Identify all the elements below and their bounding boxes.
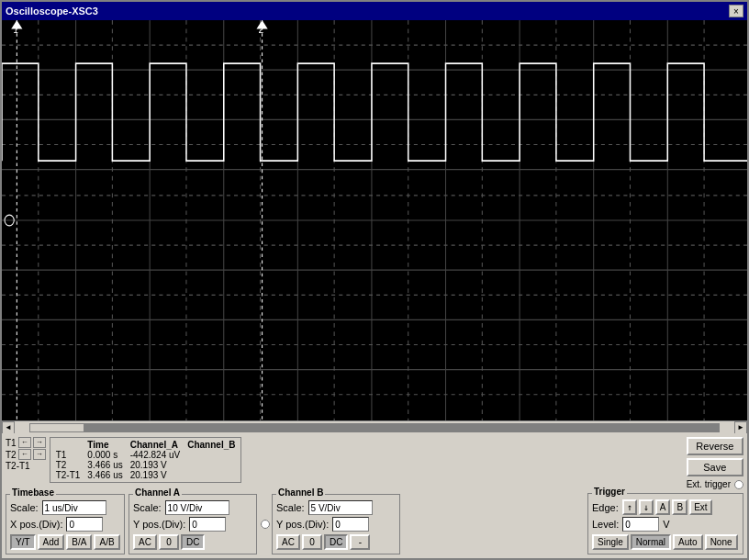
title-bar: Oscilloscope-XSC3 × [2,2,747,20]
meas-t1-channel-b [184,450,239,460]
window-title: Oscilloscope-XSC3 [6,6,98,17]
trigger-level-label: Level: [592,519,619,530]
channel-b-minus-button[interactable]: - [350,534,370,550]
trigger-mode-buttons: Single Normal Auto None [592,534,739,550]
controls-area: T1 ← → T2 ← → T2-T1 Time [2,433,747,558]
meas-t2-time: 3.466 us [84,460,126,470]
ext-trigger-radio[interactable] [734,480,743,489]
meas-col-time: Time [84,440,126,450]
channel-a-coupling-buttons: AC 0 DC [133,534,252,550]
timebase-scale-input[interactable] [42,500,106,515]
scroll-left-button[interactable]: ◄ [2,421,15,434]
meas-t1-channel-a: -442.824 uV [127,450,184,460]
channel-b-0-button[interactable]: 0 [302,534,322,550]
channel-a-ypos-label: Y pos.(Div): [133,519,185,530]
oscilloscope-screen: 1 2 [2,20,747,420]
channel-a-ac-button[interactable]: AC [133,534,157,550]
meas-t2-channel-b [184,460,239,470]
t1-left-button[interactable]: ← [18,437,31,448]
ext-trigger-label: Ext. trigger [687,479,731,489]
meas-col-channel-b: Channel_B [184,440,239,450]
trigger-single-button[interactable]: Single [592,534,629,550]
measurement-table: Time Channel_A Channel_B T1 0.000 s -442… [52,440,240,480]
t2-right-button[interactable]: → [33,449,46,460]
controls-row-2: Timebase Scale: X pos.(Div): Y/T Add B/A [6,493,743,554]
timebase-scale-label: Scale: [10,502,39,513]
timebase-scale-row: Scale: [10,500,120,515]
timebase-content: Scale: X pos.(Div): Y/T Add B/A A/B [10,500,120,550]
meas-t2-t1-time: 3.466 us [84,470,126,480]
meas-t2-label: T2 [52,460,84,470]
meas-row-t2: T2 3.466 us 20.193 V [52,460,240,470]
channel-a-content: Scale: Y pos.(Div): AC 0 DC [133,500,252,550]
horizontal-scrollbar[interactable]: ◄ ► [2,420,747,433]
channel-b-dc-button[interactable]: DC [324,534,348,550]
channel-a-scale-input[interactable] [165,500,229,515]
trigger-level-row: Level: V [592,517,739,532]
trigger-content: Edge: ↑ ↓ A B Ext Level: V [592,499,739,550]
timebase-ab-button[interactable]: A/B [94,534,119,550]
trigger-normal-button[interactable]: Normal [631,534,671,550]
channel-b-ypos-row: Y pos.(Div): [276,517,396,532]
channel-b-coupling-buttons: AC 0 DC - [276,534,396,550]
timebase-add-button[interactable]: Add [38,534,65,550]
meas-col-label [52,440,84,450]
timebase-label: Timebase [10,487,56,498]
meas-t1-time: 0.000 s [84,450,126,460]
t2-label: T2 [6,450,17,460]
t1-right-button[interactable]: → [33,437,46,448]
trigger-edge-buttons: ↑ ↓ A B Ext [622,499,712,515]
t2-left-button[interactable]: ← [18,449,31,460]
meas-row-t2-t1: T2-T1 3.466 us 20.193 V [52,470,240,480]
trigger-ext-button[interactable]: Ext [689,499,711,515]
channel-b-content: Scale: Y pos.(Div): AC 0 DC - [276,500,396,550]
timebase-xpos-label: X pos.(Div): [10,519,62,530]
channel-b-ac-button[interactable]: AC [276,534,300,550]
meas-t2-channel-a: 20.193 V [127,460,184,470]
channel-a-0-button[interactable]: 0 [159,534,179,550]
channel-b-scale-label: Scale: [276,502,305,513]
meas-row-t1: T1 0.000 s -442.824 uV [52,450,240,460]
trigger-falling-button[interactable]: ↓ [639,499,654,515]
channel-b-label: Channel B [276,487,325,498]
reverse-button[interactable]: Reverse [687,437,743,455]
timebase-group: Timebase Scale: X pos.(Div): Y/T Add B/A [6,494,125,554]
trigger-b-button[interactable]: B [672,499,688,515]
channel-b-wrapper: Channel B Scale: Y pos.(Div): AC 0 [261,494,400,554]
channel-b-ypos-label: Y pos.(Div): [276,519,329,530]
trigger-a-button[interactable]: A [655,499,671,515]
trigger-edge-row: Edge: ↑ ↓ A B Ext [592,499,739,515]
close-button[interactable]: × [729,5,743,17]
scrollbar-thumb[interactable] [29,423,84,432]
timebase-xpos-input[interactable] [66,517,103,532]
timebase-ba-button[interactable]: B/A [66,534,92,550]
channel-b-group: Channel B Scale: Y pos.(Div): AC 0 [272,494,400,554]
oscilloscope-window: Oscilloscope-XSC3 × [0,0,749,560]
right-controls: Reverse Save Ext. trigger [687,437,743,489]
measurement-panel: Time Channel_A Channel_B T1 0.000 s -442… [50,437,242,483]
trigger-rising-button[interactable]: ↑ [622,499,637,515]
timebase-xpos-row: X pos.(Div): [10,517,120,532]
meas-t2-t1-label: T2-T1 [52,470,84,480]
scroll-right-button[interactable]: ► [734,421,747,434]
scrollbar-track[interactable] [29,423,720,432]
channel-b-scale-row: Scale: [276,500,396,515]
meas-t2-t1-channel-b [184,470,239,480]
channel-b-ypos-input[interactable] [332,517,369,532]
trigger-auto-button[interactable]: Auto [673,534,703,550]
trigger-group: Trigger Edge: ↑ ↓ A B Ext Level: [587,493,743,554]
trigger-label: Trigger [592,487,627,497]
trigger-level-input[interactable] [622,517,659,532]
trigger-none-button[interactable]: None [705,534,738,550]
channel-a-ypos-input[interactable] [189,517,226,532]
timebase-yt-button[interactable]: Y/T [10,534,36,550]
channel-a-scale-label: Scale: [133,502,162,513]
meas-col-channel-a: Channel_A [127,440,184,450]
channel-a-ypos-row: Y pos.(Div): [133,517,252,532]
channel-a-dc-button[interactable]: DC [181,534,205,550]
meas-t1-label: T1 [52,450,84,460]
save-button[interactable]: Save [687,458,743,476]
channel-b-radio[interactable] [261,520,270,529]
channel-b-scale-input[interactable] [308,500,373,515]
t1-row: T1 ← → [6,437,46,448]
